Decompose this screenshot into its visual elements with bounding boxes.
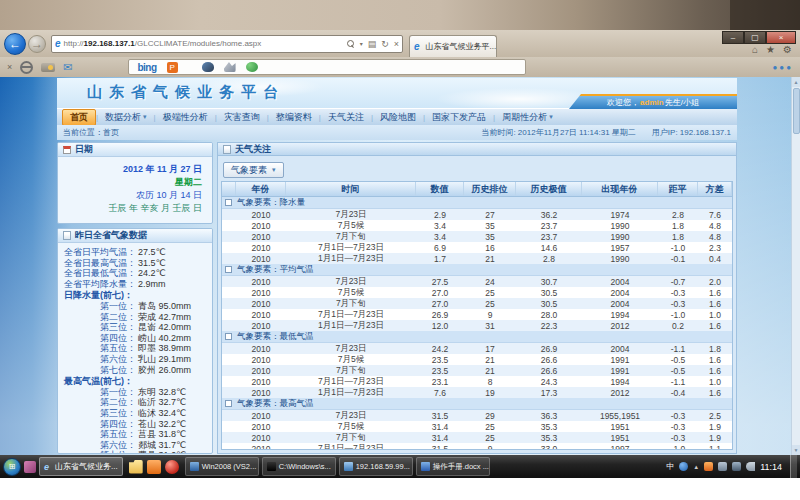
network-globe-icon[interactable] — [679, 462, 688, 471]
volume-icon[interactable] — [746, 462, 755, 471]
taskbar-button-3[interactable]: 操作手册.docx ... — [416, 457, 490, 476]
search-dropdown-icon[interactable]: ▾ — [360, 40, 363, 47]
compat-icon[interactable]: ▤ — [368, 39, 377, 49]
user-ip: 用户IP: 192.168.137.1 — [652, 127, 731, 138]
page-scrollbar[interactable]: ▲ ▼ — [791, 77, 800, 455]
mail-icon[interactable]: ✉ — [63, 62, 72, 72]
tray-flag-icon[interactable] — [718, 462, 727, 471]
document-icon — [63, 231, 71, 240]
taskbar-active-app[interactable]: e 山东省气候业务... — [39, 457, 123, 476]
row-select-cell — [222, 287, 236, 298]
scrollbar-thumb[interactable] — [793, 88, 800, 134]
nav-item-2[interactable]: 极端性分析 — [156, 110, 215, 125]
group-label: 气象要素：最低气温 — [237, 331, 314, 343]
ie-taskbar-icon: e — [44, 462, 49, 472]
orange-app-icon[interactable] — [147, 460, 161, 474]
clock[interactable]: 11:14 — [760, 462, 785, 472]
table-cell: 26.9 — [416, 309, 464, 320]
snapshot-icon[interactable] — [41, 63, 55, 72]
blocked-icon[interactable] — [20, 61, 33, 74]
search-icon[interactable] — [347, 40, 355, 48]
nav-item-0[interactable]: 首页 — [62, 109, 96, 126]
toolbar-panel: bing P — [128, 59, 526, 75]
group-checkbox[interactable] — [225, 333, 232, 340]
page-viewport: 山东省气候业务平台 欢迎您，admin 先生/小姐 首页|数据分析▾|极端性分析… — [0, 77, 800, 455]
addon-icon-3[interactable] — [246, 62, 258, 72]
table-cell: 21 — [464, 354, 516, 365]
rank-value: 临沂 32.7℃ — [138, 397, 186, 408]
maximize-button[interactable]: ▢ — [744, 31, 766, 44]
tab-title: 山东省气候业务平... — [426, 41, 497, 52]
element-select-button[interactable]: 气象要素 ▾ — [223, 162, 284, 178]
table-cell: -0.5 — [658, 365, 698, 376]
media-player-icon[interactable] — [165, 460, 179, 474]
table-row: 20107月1日—7月23日31.5933.01997-1.01.1 — [222, 443, 732, 450]
table-row: 20107月23日24.21726.92004-1.11.8 — [222, 343, 732, 354]
start-button[interactable]: ⊞ — [3, 458, 21, 476]
table-cell: 1.9 — [698, 432, 732, 443]
minimize-button[interactable]: – — [722, 31, 744, 44]
group-row: 气象要素：平均气温 — [222, 264, 732, 276]
scroll-down-icon[interactable]: ▼ — [792, 445, 800, 455]
ranking-line: 第二位：临沂 32.7℃ — [64, 397, 209, 408]
show-desktop-button[interactable] — [790, 455, 797, 478]
group-label: 气象要素：最高气温 — [237, 398, 314, 410]
rank-value: 乳山 29.1mm — [138, 354, 191, 365]
table-cell: 1.0 — [698, 309, 732, 320]
table-cell: 7月1日—7月23日 — [286, 309, 416, 320]
table-row: 20107月下旬31.42535.31951-0.31.9 — [222, 432, 732, 443]
nav-item-7[interactable]: 国家下发产品 — [425, 110, 493, 125]
more-options-icon[interactable]: ●●● — [773, 63, 794, 72]
group-checkbox[interactable] — [225, 266, 232, 273]
rank-label: 第二位： — [100, 397, 136, 408]
addon-icon-2[interactable] — [224, 62, 236, 72]
taskbar-button-1[interactable]: C:\Windows\s... — [262, 457, 336, 476]
table-cell: 30.7 — [516, 276, 582, 287]
pane-close-icon[interactable]: × — [7, 62, 12, 72]
address-bar[interactable]: e http://192.168.137.1/GLCCLIMATE/module… — [51, 35, 403, 53]
table-row: 20107月23日31.52936.31955,1951-0.32.5 — [222, 410, 732, 421]
tray-app-icon-1[interactable] — [704, 462, 713, 471]
favorites-star-icon[interactable]: ★ — [766, 44, 775, 55]
element-select-label: 气象要素 — [231, 164, 267, 177]
nav-item-1[interactable]: 数据分析▾ — [98, 110, 154, 125]
taskbar-button-icon — [421, 462, 430, 471]
table-cell: 2010 — [236, 231, 286, 242]
table-cell: 2010 — [236, 410, 286, 421]
language-indicator[interactable]: 中 — [666, 461, 674, 472]
home-icon[interactable]: ⌂ — [752, 44, 758, 55]
nav-item-3[interactable]: 灾害查询 — [217, 110, 267, 125]
nav-item-8[interactable]: 周期性分析▾ — [495, 110, 560, 125]
forward-button[interactable]: → — [28, 35, 46, 53]
table-cell: 1991 — [582, 365, 658, 376]
taskbar-button-0[interactable]: Win2008 (VS2... — [185, 457, 259, 476]
addon-icon-1[interactable] — [202, 62, 214, 72]
nav-item-6[interactable]: 风险地图 — [373, 110, 423, 125]
stop-icon[interactable]: × — [394, 39, 399, 49]
tray-expand-icon[interactable]: ▲ — [693, 464, 699, 470]
pinned-app-icon[interactable] — [24, 461, 36, 473]
group-checkbox[interactable] — [225, 400, 232, 407]
calendar-panel: 日期 2012 年 11 月 27 日 星期二 农历 10 月 14 日 壬辰 … — [57, 142, 213, 224]
refresh-icon[interactable]: ↻ — [381, 39, 389, 49]
nav-item-5[interactable]: 天气关注 — [321, 110, 371, 125]
bing-logo[interactable]: bing — [137, 62, 156, 73]
back-button[interactable]: ← — [4, 33, 26, 55]
scroll-up-icon[interactable]: ▲ — [792, 77, 800, 87]
orange-addon-icon[interactable]: P — [167, 62, 178, 73]
nav-item-4[interactable]: 整编资料 — [269, 110, 319, 125]
column-header: 出现年份 — [582, 182, 658, 196]
group-checkbox[interactable] — [225, 199, 232, 206]
weather-table: 年份时间数值历史排位历史极值出现年份距平方差 气象要素：降水量20107月23日… — [221, 181, 733, 450]
explorer-icon[interactable] — [129, 460, 143, 474]
close-button[interactable]: × — [766, 31, 796, 44]
table-cell: 17 — [464, 343, 516, 354]
browser-commandbar: × ✉ bing P ●●● — [0, 57, 800, 77]
tray-display-icon[interactable] — [732, 462, 741, 471]
settings-gear-icon[interactable]: ⚙ — [783, 44, 792, 55]
breadcrumb: 当前位置：首页 — [63, 127, 119, 138]
table-cell: 2010 — [236, 421, 286, 432]
taskbar-button-2[interactable]: 192.168.59.99... — [339, 457, 413, 476]
browser-tab[interactable]: e 山东省气候业务平... × — [409, 35, 497, 57]
table-cell: 1991 — [582, 354, 658, 365]
